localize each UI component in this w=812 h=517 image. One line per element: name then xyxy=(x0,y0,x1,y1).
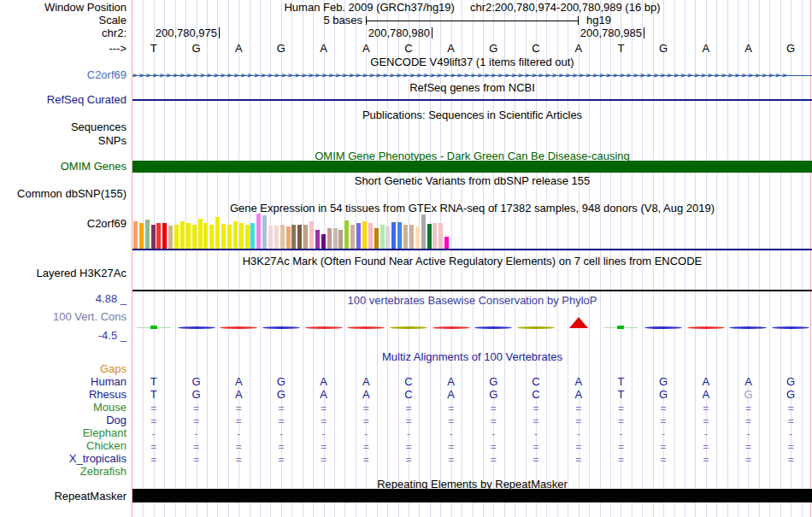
gencode-track-title[interactable]: GENCODE V49lift37 (1 items filtered out) xyxy=(132,56,812,68)
phylop-blue-mark xyxy=(178,326,215,329)
multiz-species-label-rhesus[interactable]: Rhesus xyxy=(0,389,127,401)
gtex-tissue-bar[interactable] xyxy=(380,225,385,249)
base-letter: = xyxy=(515,402,556,414)
gtex-tissue-bar[interactable] xyxy=(139,223,144,249)
gtex-tissue-bar[interactable] xyxy=(174,225,179,249)
publications-sequences-label[interactable]: Sequences xyxy=(0,121,127,133)
gtex-tissue-bar[interactable] xyxy=(427,224,432,249)
gtex-tissue-bar[interactable] xyxy=(444,237,449,249)
gtex-tissue-bar[interactable] xyxy=(286,226,291,249)
gtex-tissue-bar[interactable] xyxy=(309,221,314,249)
gtex-tissue-bar[interactable] xyxy=(356,223,361,249)
dbsnp-track-title[interactable]: Short Genetic Variants from dbSNP releas… xyxy=(132,175,812,187)
dbsnp-label[interactable]: Common dbSNP(155) xyxy=(0,188,127,200)
gtex-tissue-bar[interactable] xyxy=(239,223,244,249)
multiz-species-label-elephant[interactable]: Elephant xyxy=(0,427,127,439)
multiz-species-label-human[interactable]: Human xyxy=(0,376,127,388)
gtex-tissue-bar[interactable] xyxy=(315,230,320,249)
h3k27ac-label[interactable]: Layered H3K27Ac xyxy=(0,267,127,279)
multiz-track-title[interactable]: Multiz Alignments of 100 Vertebrates xyxy=(132,351,812,363)
gtex-tissue-bar[interactable] xyxy=(227,225,232,249)
gtex-tissue-bar[interactable] xyxy=(156,223,161,249)
gtex-tissue-bar[interactable] xyxy=(198,219,203,249)
gtex-tissue-bar[interactable] xyxy=(280,225,285,249)
multiz-species-label-chicken[interactable]: Chicken xyxy=(0,440,127,452)
gtex-tissue-bar[interactable] xyxy=(168,226,173,249)
gtex-tissue-bar[interactable] xyxy=(438,223,443,249)
gtex-tissue-bar[interactable] xyxy=(391,222,396,249)
gtex-tissue-bar[interactable] xyxy=(256,214,261,249)
gtex-tissue-bar[interactable] xyxy=(209,225,214,249)
gtex-tissue-bar[interactable] xyxy=(186,223,191,249)
gtex-tissue-bar[interactable] xyxy=(362,221,367,249)
repeatmasker-item[interactable] xyxy=(132,489,812,502)
gtex-tissue-bar[interactable] xyxy=(344,220,349,249)
multiz-species-label-x_tropicalis[interactable]: X_tropicalis xyxy=(0,453,127,465)
gtex-tissue-bar[interactable] xyxy=(250,223,255,249)
gtex-tissue-bar[interactable] xyxy=(350,225,355,249)
gtex-gene-label[interactable]: C2orf69 xyxy=(0,218,127,230)
gtex-tissue-bar[interactable] xyxy=(368,223,373,249)
gtex-tissue-bar[interactable] xyxy=(415,226,420,249)
refseq-gene-item[interactable] xyxy=(132,99,812,101)
h3k27ac-track-title[interactable]: H3K27Ac Mark (Often Found Near Active Re… xyxy=(132,256,812,267)
gencode-gene-item[interactable]: >>>>>>>>>>>>>>>>>>>>>>>>>>>>>>>>>>>>>>>>… xyxy=(132,71,812,80)
base-letter: - xyxy=(388,428,429,440)
gtex-tissue-bar[interactable] xyxy=(268,226,273,249)
gencode-gene-label[interactable]: C2orf69 xyxy=(0,69,127,81)
gtex-tissue-bar[interactable] xyxy=(274,226,279,249)
base-letter: = xyxy=(303,454,344,466)
gtex-tissue-bar[interactable] xyxy=(145,220,150,249)
gtex-tissue-bar[interactable] xyxy=(291,225,296,249)
multiz-species-label-zebrafish[interactable]: Zebrafish xyxy=(0,466,127,478)
gtex-tissue-bar[interactable] xyxy=(421,214,426,249)
gtex-tissue-bar[interactable] xyxy=(262,215,267,249)
refseq-track-title[interactable]: RefSeq genes from NCBI xyxy=(132,82,812,94)
gtex-tissue-bar[interactable] xyxy=(333,228,338,249)
gtex-tissue-bar[interactable] xyxy=(409,225,414,249)
gtex-tissue-bar[interactable] xyxy=(151,225,156,249)
gtex-tissue-bar[interactable] xyxy=(233,221,238,249)
phylop-track-title[interactable]: 100 vertebrates Basewise Conservation by… xyxy=(132,295,812,307)
multiz-species-label-dog[interactable]: Dog xyxy=(0,414,127,426)
multiz-species-label-mouse[interactable]: Mouse xyxy=(0,402,127,414)
gtex-tissue-bar[interactable] xyxy=(192,225,197,249)
gtex-tissue-bar[interactable] xyxy=(321,234,326,249)
phylop-track-label[interactable]: 100 Vert. Cons xyxy=(0,311,127,323)
base-letter: = xyxy=(431,415,472,427)
base-letter: - xyxy=(261,428,302,440)
strand-direction-label: ---> xyxy=(0,43,127,55)
gtex-tissue-bar[interactable] xyxy=(338,230,343,249)
base-letter: = xyxy=(133,415,174,427)
gtex-tissue-bar[interactable] xyxy=(374,228,379,249)
gtex-tissue-bar[interactable] xyxy=(385,226,390,249)
gtex-tissue-bar[interactable] xyxy=(245,225,250,249)
gtex-tissue-bar[interactable] xyxy=(397,222,402,249)
coordinate-label: 200,780,980 xyxy=(327,27,430,39)
gtex-tissue-bar[interactable] xyxy=(303,225,308,249)
gtex-tissue-bar[interactable] xyxy=(203,223,208,249)
gtex-track-title[interactable]: Gene Expression in 54 tissues from GTEx … xyxy=(132,203,812,214)
phylop-peak-mark xyxy=(569,317,588,328)
gtex-tissue-bar[interactable] xyxy=(162,223,167,249)
refseq-curated-label[interactable]: RefSeq Curated xyxy=(0,94,127,106)
publications-snps-label[interactable]: SNPs xyxy=(0,135,127,147)
gtex-tissue-bar[interactable] xyxy=(133,221,138,249)
base-letter: = xyxy=(727,454,768,466)
gtex-tissue-bar[interactable] xyxy=(221,224,226,249)
phylop-blue-mark xyxy=(474,326,512,329)
omim-gene-item[interactable] xyxy=(132,161,812,173)
base-letter: - xyxy=(133,428,174,440)
gtex-tissue-bar[interactable] xyxy=(215,217,220,249)
publications-track-title[interactable]: Publications: Sequences in Scientific Ar… xyxy=(132,109,812,121)
gtex-tissue-bar[interactable] xyxy=(327,228,332,249)
omim-genes-label[interactable]: OMIM Genes xyxy=(0,161,127,173)
gtex-tissue-bar[interactable] xyxy=(403,225,408,249)
multiz-species-label-gaps[interactable]: Gaps xyxy=(0,363,127,375)
base-letter: C xyxy=(515,376,556,388)
gtex-tissue-bar[interactable] xyxy=(432,223,437,249)
repeatmasker-label[interactable]: RepeatMasker xyxy=(0,491,127,502)
gtex-tissue-bar[interactable] xyxy=(180,221,185,249)
base-letter: = xyxy=(515,415,556,427)
gtex-tissue-bar[interactable] xyxy=(297,225,302,249)
